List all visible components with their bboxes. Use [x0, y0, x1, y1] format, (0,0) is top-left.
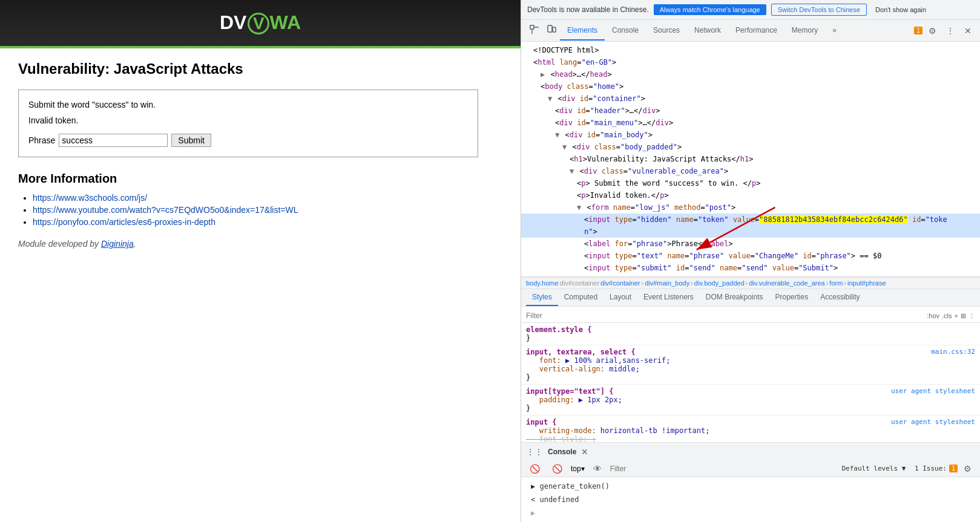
dom-line[interactable]: <body class="home"> [521, 80, 980, 93]
vulnerable-box: Submit the word "success" to win. Invali… [18, 90, 478, 157]
console-drag-icon: ⋮⋮ [526, 447, 543, 457]
device-icon[interactable] [543, 22, 560, 39]
main-content: Vulnerability: JavaScript Attacks Submit… [0, 48, 521, 522]
close-console-icon[interactable]: ✕ [581, 447, 588, 457]
style-options-icon[interactable]: ⋮ [968, 312, 975, 320]
add-style-icon[interactable]: + [955, 312, 958, 319]
svg-rect-0 [530, 25, 534, 29]
cls-label[interactable]: .cls [942, 312, 952, 319]
tab-console[interactable]: Console [605, 21, 646, 41]
credit-link[interactable]: Digininja [101, 239, 134, 249]
console-prompt[interactable]: ▶ [526, 506, 975, 520]
link-ponyfoo[interactable]: https://ponyfoo.com/articles/es6-proxies… [33, 217, 215, 227]
always-match-btn[interactable]: Always match Chrome's language [654, 4, 766, 15]
style-selector: input, textarea, select { [526, 348, 636, 356]
filter-input[interactable] [526, 312, 922, 320]
breadcrumb-item[interactable]: div#container [600, 279, 640, 287]
dom-line[interactable]: <html lang="en-GB"> [521, 56, 980, 68]
dom-line[interactable]: ▼ <form name="low_js" method="post"> [521, 201, 980, 214]
tab-elements[interactable]: Elements [560, 21, 605, 41]
dom-tree: <!DOCTYPE html> <html lang="en-GB"> ▶ <h… [521, 42, 980, 277]
dom-line[interactable]: ▼ <div class="vulnerable_code_area"> [521, 165, 980, 177]
svg-rect-3 [548, 25, 552, 32]
console-toolbar: 🚫 🚫 top▾ 👁 Default levels ▼ 1 Issue: 1 ⚙ [521, 460, 980, 477]
console-filter-input[interactable] [610, 465, 837, 473]
breadcrumb-item[interactable]: input#phrase [847, 279, 886, 287]
hov-label[interactable]: :hov [927, 312, 939, 319]
dom-line[interactable]: <p>Invalid token.</p> [521, 189, 980, 201]
console-issues-badge[interactable]: 1 [949, 465, 958, 472]
tab-properties[interactable]: Properties [769, 289, 815, 306]
tab-memory[interactable]: Memory [784, 21, 825, 41]
dom-line[interactable]: <h1>Vulnerability: JavaScript Attacks</h… [521, 153, 980, 165]
style-prop: writing-mode: horizontal-tb !important; [526, 426, 975, 435]
more-options-icon[interactable]: ⋮ [942, 24, 958, 38]
tab-accessibility[interactable]: Accessibility [814, 289, 866, 306]
more-icon[interactable]: ⊞ [961, 312, 966, 320]
style-prop: vertical-align: middle; [526, 365, 975, 373]
style-prop: padding: ▶ 1px 2px; [526, 396, 975, 404]
dom-line[interactable]: <p> Submit the word "success" to win. </… [521, 177, 980, 189]
dom-line[interactable]: <label for="phrase">Phrase</label> [521, 238, 980, 250]
instruction-text: Submit the word "success" to win. [28, 100, 468, 109]
dom-line[interactable]: <!DOCTYPE html> [521, 44, 980, 56]
dom-line[interactable]: <input type="text" name="phrase" value="… [521, 250, 980, 262]
dom-line[interactable]: ▶ <head>…</head> [521, 68, 980, 80]
submit-button[interactable]: Submit [171, 134, 211, 147]
switch-devtools-btn[interactable]: Switch DevTools to Chinese [771, 4, 867, 16]
invalid-token-text: Invalid token. [28, 116, 468, 125]
dismiss-btn[interactable]: Don't show again [872, 4, 930, 15]
dom-line[interactable]: ▼ <div class="body_padded"> [521, 141, 980, 153]
phrase-input[interactable] [59, 134, 168, 147]
breadcrumb-item[interactable]: div.vulnerable_code_area [749, 279, 824, 287]
dom-line[interactable]: <div id="main_menu">…</div> [521, 117, 980, 129]
style-source: user agent stylesheet [891, 418, 975, 426]
link-w3schools[interactable]: https://www.w3schools.com/js/ [33, 193, 147, 203]
style-selector: input { [526, 418, 557, 426]
clear-console-icon[interactable]: 🚫 [526, 462, 544, 476]
console-content: ▶ generate_token() < undefined ▶ [521, 477, 980, 522]
dvwa-header: DVVWA [0, 0, 521, 48]
filter-right: :hov .cls + ⊞ ⋮ [927, 312, 975, 320]
tab-event-listeners[interactable]: Event Listeners [637, 289, 700, 306]
devtools-main: <!DOCTYPE html> <html lang="en-GB"> ▶ <h… [521, 42, 980, 522]
preserve-log-icon[interactable]: 🚫 [548, 462, 566, 476]
console-tab-label[interactable]: Console [548, 448, 576, 456]
link-youtube[interactable]: https://www.youtube.com/watch?v=cs7EQdWO… [33, 205, 298, 215]
tab-computed[interactable]: Computed [558, 289, 603, 306]
breadcrumb-item[interactable]: div#main_body [645, 279, 689, 287]
close-devtools-icon[interactable]: ✕ [961, 24, 975, 38]
dom-line[interactable]: ▼ <div id="container"> [521, 93, 980, 105]
breadcrumb-item[interactable]: div.body_padded [694, 279, 745, 287]
list-item: https://www.youtube.com/watch?v=cs7EQdWO… [33, 205, 502, 215]
tab-performance[interactable]: Performance [728, 21, 784, 41]
dom-line-selected[interactable]: n"> [521, 226, 980, 238]
style-selector: element.style { [526, 325, 591, 334]
breadcrumb-item[interactable]: body.home [526, 279, 559, 287]
breadcrumb-item[interactable]: form [829, 279, 843, 287]
tab-more[interactable]: » [825, 21, 844, 41]
settings-icon[interactable]: ⚙ [925, 24, 940, 38]
style-rule: input[type="text"] { user agent styleshe… [521, 385, 980, 416]
style-source[interactable]: main.css:32 [931, 348, 975, 356]
dom-line-selected[interactable]: <input type="hidden" name="token" value=… [521, 214, 980, 226]
tab-layout[interactable]: Layout [603, 289, 637, 306]
styles-tabs: Styles Computed Layout Event Listeners D… [521, 289, 980, 307]
default-levels[interactable]: Default levels ▼ [841, 465, 906, 472]
tab-sources[interactable]: Sources [646, 21, 687, 41]
toolbar-right: 1 ⚙ ⋮ ✕ [914, 24, 975, 38]
console-eye-icon[interactable]: 👁 [590, 462, 605, 476]
style-prop-strikethrough: font-style: ; [526, 435, 975, 442]
inspect-icon[interactable] [526, 22, 543, 39]
dom-line[interactable]: <div id="header">…</div> [521, 105, 980, 117]
tab-styles[interactable]: Styles [526, 289, 558, 306]
console-line[interactable]: ▶ generate_token() [526, 480, 975, 493]
dom-line[interactable]: <input type="submit" id="send" name="sen… [521, 262, 980, 274]
console-context[interactable]: top▾ [571, 465, 585, 473]
tab-dom-breakpoints[interactable]: DOM Breakpoints [700, 289, 769, 306]
dom-line[interactable]: ▼ <div id="main_body"> [521, 129, 980, 141]
console-settings-icon[interactable]: ⚙ [960, 462, 975, 476]
module-credit: Module developed by Digininja. [18, 239, 502, 249]
style-rule: element.style { } [521, 323, 980, 345]
tab-network[interactable]: Network [687, 21, 728, 41]
